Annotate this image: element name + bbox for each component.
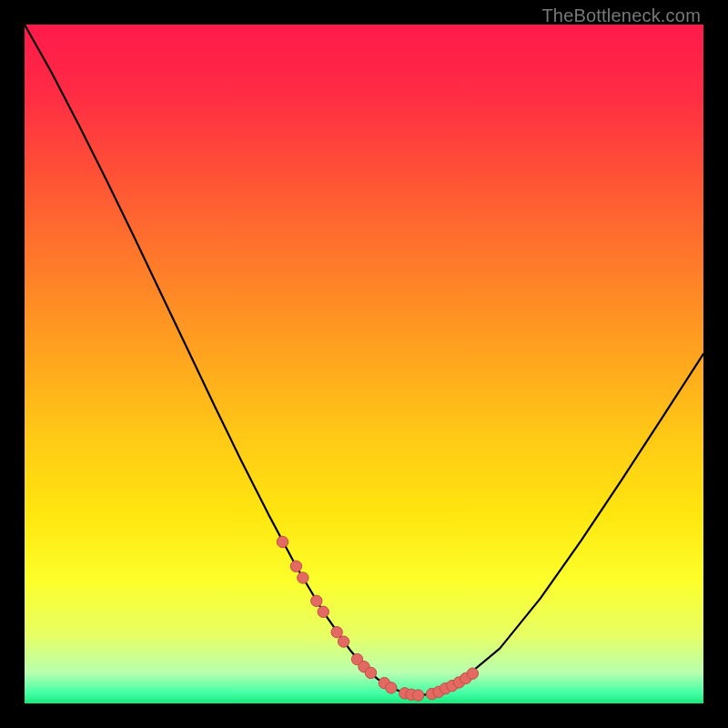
curve-layer (25, 25, 703, 703)
curve-marker (331, 626, 342, 637)
curve-marker (412, 690, 423, 701)
curve-markers (277, 536, 478, 701)
curve-marker (338, 636, 349, 647)
chart-frame: TheBottleneck.com (0, 0, 728, 728)
plot-area (25, 25, 703, 703)
curve-marker (290, 561, 301, 571)
curve-marker (318, 606, 329, 617)
curve-marker (298, 572, 308, 583)
curve-marker (467, 668, 478, 679)
curve-marker (277, 536, 288, 547)
bottleneck-curve (25, 25, 703, 695)
watermark-text: TheBottleneck.com (541, 5, 701, 26)
curve-marker (311, 595, 322, 606)
curve-marker (386, 682, 397, 693)
curve-marker (365, 667, 376, 678)
